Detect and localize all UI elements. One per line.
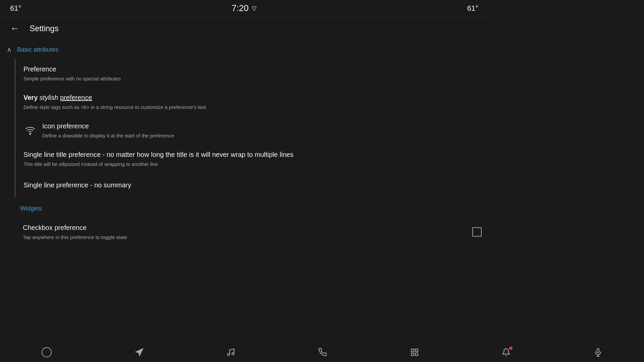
status-temp-left: 61°	[10, 4, 21, 13]
wifi-icon	[23, 124, 37, 137]
page-title: Settings	[30, 24, 59, 33]
pref-title: Single line title preference - no matter…	[23, 150, 460, 159]
list-item[interactable]: Icon preference Define a drawable to dis…	[15, 116, 488, 144]
checkbox[interactable]	[472, 227, 482, 237]
checkbox-preference-item: Checkbox preference Tap anywhere in this…	[23, 223, 472, 241]
list-item[interactable]: Single line title preference - no matter…	[15, 144, 488, 173]
preference-item-1: Preference Simple preference with no spe…	[23, 64, 482, 82]
list-item[interactable]: Checkbox preference Tap anywhere in this…	[0, 218, 488, 246]
pref-title: Icon preference	[42, 121, 482, 131]
list-item[interactable]: Preference Simple preference with no spe…	[15, 59, 488, 87]
wifi-icon: ▽	[252, 5, 257, 12]
back-button[interactable]: ←	[7, 20, 23, 37]
back-icon: ←	[10, 23, 19, 34]
basic-attributes-title: Basic attributes	[17, 46, 58, 53]
section-header-widgets[interactable]: Widgets	[0, 200, 488, 218]
list-item[interactable]: Single line preference - no summary	[15, 173, 488, 197]
list-item[interactable]: Very stylish preference Define style tag…	[15, 87, 488, 116]
pref-summary: Tap anywhere in this preference to toggl…	[23, 234, 472, 241]
pref-title: Single line preference - no summary	[23, 180, 482, 190]
widgets-title: Widgets	[20, 205, 42, 212]
pref-summary: This title will be ellipsized instead of…	[23, 161, 482, 168]
svg-point-0	[30, 133, 31, 134]
chevron-down-icon[interactable]: ∨	[8, 249, 13, 252]
status-temp-right: 61°	[467, 4, 478, 13]
status-center: 7:20 ▽	[232, 3, 257, 13]
preference-item-2: Very stylish preference Define style tag…	[23, 93, 482, 111]
basic-attributes-list: Preference Simple preference with no spe…	[15, 59, 488, 197]
scroll-indicator: ∨	[0, 246, 488, 252]
pref-summary: Define style tags such as <b> in a strin…	[23, 104, 482, 111]
pref-title: Checkbox preference	[23, 223, 472, 232]
main-content: ∧ Basic attributes Preference Simple pre…	[0, 40, 488, 252]
section-header-basic[interactable]: ∧ Basic attributes	[0, 40, 488, 59]
pref-summary: Simple preference with no special attrib…	[23, 75, 482, 82]
status-time: 7:20	[232, 3, 249, 13]
chevron-up-icon[interactable]: ∧	[7, 46, 12, 54]
preference-item-3: Icon preference Define a drawable to dis…	[42, 121, 482, 139]
pref-summary: Define a drawable to display it at the s…	[42, 132, 482, 139]
pref-title: Preference	[23, 64, 482, 74]
top-bar: ← Settings	[0, 17, 488, 40]
status-bar: 61° 7:20 ▽ 61°	[0, 0, 488, 17]
preference-item-5: Single line preference - no summary	[23, 180, 482, 190]
pref-title: Very stylish preference	[23, 93, 482, 102]
preference-item-4: Single line title preference - no matter…	[23, 150, 482, 168]
